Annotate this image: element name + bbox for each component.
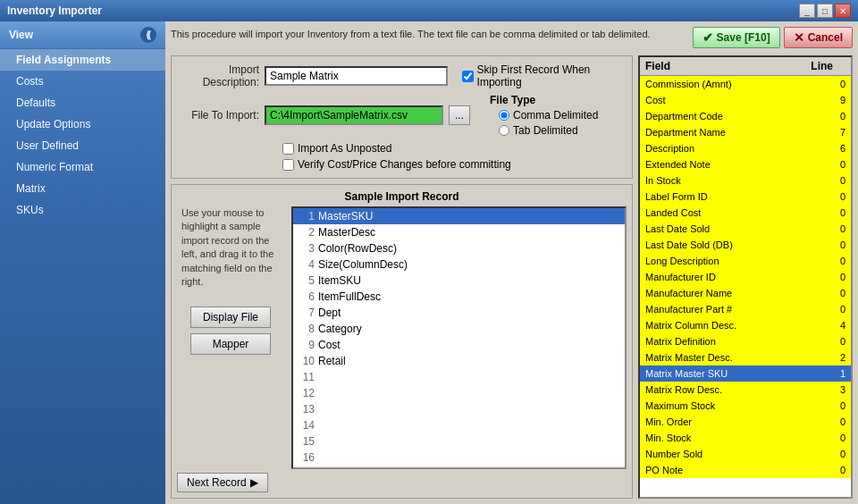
list-item[interactable]: 12 — [293, 385, 625, 401]
sidebar-item-skus[interactable]: SKUs — [0, 199, 165, 221]
file-type-label: File Type — [490, 94, 598, 106]
row-number: 13 — [297, 403, 315, 416]
import-as-unposted-checkbox[interactable] — [282, 143, 294, 155]
table-row[interactable]: Maximum Stock0 — [640, 398, 851, 414]
field-line-cell: 2 — [806, 351, 851, 364]
sample-list[interactable]: 1MasterSKU2MasterDesc3Color(RowDesc)4Siz… — [291, 206, 627, 469]
row-value: ItemSKU — [318, 274, 361, 287]
file-to-import-input[interactable] — [265, 105, 443, 125]
browse-button[interactable]: ... — [449, 105, 470, 125]
table-row[interactable]: Commission (Amnt)0 — [640, 76, 851, 92]
skip-first-record-checkbox-row: Skip First Record When Importing — [462, 63, 625, 88]
field-name-cell: Maximum Stock — [640, 399, 806, 412]
minimize-button[interactable]: _ — [799, 4, 815, 18]
toolbar: ✔ Save [F10] ✕ Cancel — [693, 27, 853, 52]
cancel-button[interactable]: ✕ Cancel — [784, 27, 853, 48]
sidebar-item-costs[interactable]: Costs — [0, 71, 165, 92]
table-row[interactable]: Matrix Column Desc.4 — [640, 317, 851, 333]
sidebar-item-numeric-format[interactable]: Numeric Format — [0, 156, 165, 178]
sidebar-item-matrix[interactable]: Matrix — [0, 178, 165, 199]
field-line-cell: 0 — [806, 110, 851, 122]
list-item[interactable]: 2MasterDesc — [293, 224, 625, 240]
save-button[interactable]: ✔ Save [F10] — [693, 27, 780, 48]
field-line-cell: 0 — [806, 78, 851, 90]
sidebar-item-update-options[interactable]: Update Options — [0, 113, 165, 135]
inner-panel: Import Description: Skip First Record Wh… — [171, 55, 853, 499]
list-item[interactable]: 15 — [293, 433, 625, 449]
table-row[interactable]: In Stock0 — [640, 172, 851, 189]
field-name-cell: Cost — [640, 94, 806, 106]
sidebar-item-user-defined[interactable]: User Defined — [0, 135, 165, 156]
next-record-button[interactable]: Next Record ▶ — [177, 473, 268, 492]
table-row[interactable]: Min. Order0 — [640, 414, 851, 430]
mapper-button[interactable]: Mapper — [190, 333, 271, 355]
field-name-cell: Last Date Sold (DB) — [640, 239, 806, 251]
table-row[interactable]: Department Code0 — [640, 108, 851, 124]
table-row[interactable]: Manufacturer Part #0 — [640, 301, 851, 317]
row-number: 10 — [297, 355, 315, 367]
field-line-cell: 0 — [806, 416, 851, 428]
table-row[interactable]: PO Note0 — [640, 462, 851, 478]
skip-first-record-checkbox[interactable] — [462, 71, 474, 82]
table-row[interactable]: Last Date Sold0 — [640, 221, 851, 237]
table-row[interactable]: Min. Stock0 — [640, 430, 851, 446]
table-row[interactable]: Description6 — [640, 140, 851, 156]
list-item[interactable]: 10Retail — [293, 353, 625, 369]
sidebar-item-field-assignments[interactable]: Field Assignments — [0, 49, 165, 71]
table-row[interactable]: Manufacturer ID0 — [640, 269, 851, 285]
file-type-group: File Type Comma Delimited Tab Delimited — [490, 94, 598, 137]
field-line-cell: 0 — [806, 448, 851, 460]
field-line-cell: 0 — [806, 303, 851, 315]
field-name-cell: Description — [640, 142, 806, 155]
row-number: 8 — [297, 323, 315, 335]
field-line-cell: 4 — [806, 319, 851, 332]
table-row[interactable]: Matrix Row Desc.3 — [640, 382, 851, 398]
table-row[interactable]: Number Sold0 — [640, 446, 851, 462]
sidebar-collapse-icon[interactable]: ⟪ — [140, 27, 156, 43]
field-line-cell: 0 — [806, 239, 851, 251]
field-name-cell: Matrix Master Desc. — [640, 351, 806, 364]
table-row[interactable]: Matrix Master SKU1 — [640, 365, 851, 382]
radio-group: Comma Delimited Tab Delimited — [490, 109, 598, 137]
import-description-input[interactable] — [265, 66, 448, 86]
list-item[interactable]: 4Size(ColumnDesc) — [293, 256, 625, 273]
sidebar-view-header: View ⟪ — [0, 21, 165, 49]
field-name-cell: Long Description — [640, 255, 806, 267]
maximize-button[interactable]: □ — [817, 4, 833, 18]
table-row[interactable]: Last Date Sold (DB)0 — [640, 237, 851, 253]
row-number: 6 — [297, 290, 315, 303]
table-row[interactable]: Landed Cost0 — [640, 205, 851, 221]
table-row[interactable]: Manufacturer Name0 — [640, 285, 851, 301]
list-item[interactable]: 1MasterSKU — [293, 208, 625, 224]
file-to-import-row: File To Import: ... File Type Comma Deli… — [179, 94, 625, 137]
list-item[interactable]: 7Dept — [293, 305, 625, 321]
verify-cost-checkbox[interactable] — [282, 159, 294, 171]
table-row[interactable]: Matrix Definition0 — [640, 333, 851, 349]
comma-delimited-radio[interactable] — [499, 110, 509, 121]
row-number: 7 — [297, 307, 315, 319]
window-close-button[interactable]: ✕ — [835, 4, 851, 18]
table-row[interactable]: Label Form ID0 — [640, 189, 851, 205]
list-item[interactable]: 6ItemFullDesc — [293, 289, 625, 305]
list-item[interactable]: 14 — [293, 417, 625, 433]
tab-delimited-radio[interactable] — [499, 125, 509, 136]
table-row[interactable]: Matrix Master Desc.2 — [640, 349, 851, 365]
row-number: 2 — [297, 226, 315, 239]
sample-title: Sample Import Record — [177, 190, 627, 203]
field-table-body[interactable]: Commission (Amnt)0Cost9Department Code0D… — [640, 76, 851, 497]
display-file-button[interactable]: Display File — [190, 307, 271, 328]
sidebar-item-defaults[interactable]: Defaults — [0, 92, 165, 113]
line-col-header: Line — [794, 57, 838, 75]
list-item[interactable]: 11 — [293, 369, 625, 385]
table-row[interactable]: Extended Note0 — [640, 156, 851, 172]
list-item[interactable]: 8Category — [293, 321, 625, 337]
field-name-cell: Manufacturer ID — [640, 271, 806, 283]
table-row[interactable]: Long Description0 — [640, 253, 851, 269]
table-row[interactable]: Department Name7 — [640, 124, 851, 140]
list-item[interactable]: 9Cost — [293, 337, 625, 353]
list-item[interactable]: 5ItemSKU — [293, 273, 625, 289]
list-item[interactable]: 16 — [293, 449, 625, 466]
list-item[interactable]: 13 — [293, 401, 625, 417]
list-item[interactable]: 3Color(RowDesc) — [293, 240, 625, 256]
table-row[interactable]: Cost9 — [640, 92, 851, 108]
